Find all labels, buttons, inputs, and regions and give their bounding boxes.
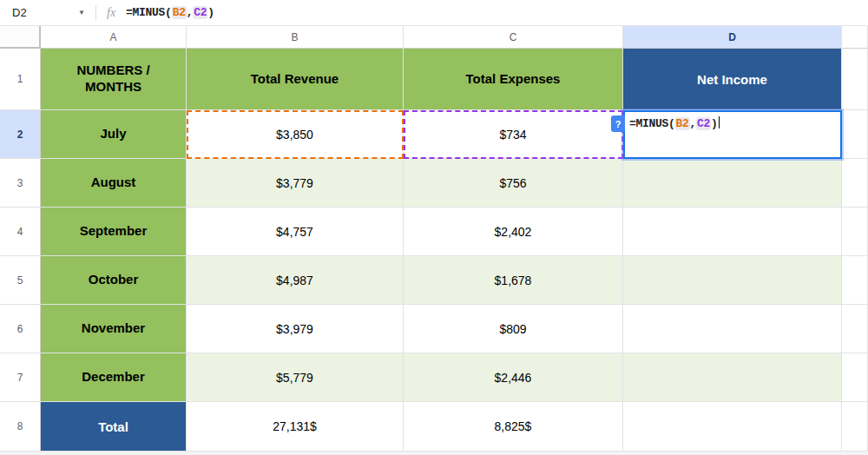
cell-filler[interactable]	[842, 49, 868, 110]
text-cursor	[719, 116, 720, 129]
data-row-september: 4 September $4,757 $2,402	[0, 208, 868, 256]
cell-filler[interactable]	[842, 402, 868, 452]
cell-a2-month[interactable]: July	[41, 110, 187, 159]
function-icon: fx	[107, 6, 115, 20]
cell-d4-net-income[interactable]	[623, 208, 842, 256]
cell-filler[interactable]	[842, 305, 868, 353]
bottom-edge	[0, 452, 868, 455]
formula-bar: D2 ▼ fx =MINUS(B2,C2)	[0, 0, 868, 26]
cell-b6-revenue[interactable]: $3,979	[187, 305, 404, 353]
row-header-4[interactable]: 4	[0, 208, 41, 256]
row-header-2[interactable]: 2	[0, 110, 41, 159]
cell-b4-revenue[interactable]: $4,757	[187, 208, 404, 256]
row-header-5[interactable]: 5	[0, 256, 41, 305]
formula-ref-c2: C2	[193, 6, 207, 19]
cell-b7-revenue[interactable]: $5,779	[187, 353, 404, 402]
row-header-7[interactable]: 7	[0, 353, 41, 402]
cell-filler[interactable]	[842, 110, 868, 159]
formula-prefix: =MINUS(	[126, 6, 172, 19]
cell-a8-total-label[interactable]: Total	[41, 402, 187, 452]
formula-help-icon[interactable]: ?	[611, 115, 625, 132]
cell-c1-expenses-header[interactable]: Total Expenses	[404, 49, 623, 110]
cell-editor-d2[interactable]: ? =MINUS(B2,C2)	[623, 110, 842, 159]
editor-formula-suffix: )	[711, 117, 718, 130]
editor-ref-b2: B2	[675, 117, 690, 130]
cell-a6-month[interactable]: November	[41, 305, 187, 353]
select-all-corner[interactable]	[0, 26, 41, 49]
divider	[95, 5, 96, 21]
cell-c5-expenses[interactable]: $1,678	[404, 256, 623, 305]
editor-ref-c2: C2	[696, 117, 711, 130]
cell-filler[interactable]	[842, 208, 868, 256]
column-header-a[interactable]: A	[41, 26, 187, 49]
cell-d5-net-income[interactable]	[623, 256, 842, 305]
cell-d6-net-income[interactable]	[623, 305, 842, 353]
cell-filler[interactable]	[842, 353, 868, 402]
formula-suffix: )	[207, 6, 214, 19]
formula-input[interactable]: =MINUS(B2,C2)	[126, 6, 214, 19]
cell-filler[interactable]	[842, 256, 868, 305]
cell-a5-month[interactable]: October	[41, 256, 187, 305]
editor-formula-separator: ,	[690, 117, 697, 130]
column-header-row: A B C D	[0, 26, 868, 49]
cell-d3-net-income[interactable]	[623, 159, 842, 208]
data-row-october: 5 October $4,987 $1,678	[0, 256, 868, 305]
cell-d1-net-income-header[interactable]: Net Income	[623, 49, 842, 110]
total-row: 8 Total 27,131$ 8,825$	[0, 402, 868, 452]
cell-c6-expenses[interactable]: $809	[404, 305, 623, 353]
cell-filler[interactable]	[842, 159, 868, 208]
row-header-1[interactable]: 1	[0, 49, 41, 110]
row-header-8[interactable]: 8	[0, 402, 41, 452]
data-row-december: 7 December $5,779 $2,446	[0, 353, 868, 402]
cell-a1-months-header[interactable]: NUMBERS / MONTHS	[41, 49, 187, 110]
cell-b2-revenue[interactable]: $3,850	[187, 110, 404, 159]
cell-a4-month[interactable]: September	[41, 208, 187, 256]
cell-c4-expenses[interactable]: $2,402	[404, 208, 623, 256]
cell-b3-revenue[interactable]: $3,779	[187, 159, 404, 208]
cell-b8-total-revenue[interactable]: 27,131$	[187, 402, 404, 452]
spreadsheet-grid: A B C D 1 NUMBERS / MONTHS Total Revenue…	[0, 26, 868, 452]
name-box[interactable]: D2 ▼	[0, 0, 95, 25]
cell-b1-revenue-header[interactable]: Total Revenue	[187, 49, 404, 110]
cell-c8-total-expenses[interactable]: 8,825$	[404, 402, 623, 452]
data-row-november: 6 November $3,979 $809	[0, 305, 868, 353]
formula-ref-b2: B2	[172, 6, 187, 19]
cell-a7-month[interactable]: December	[41, 353, 187, 402]
name-box-value: D2	[0, 6, 78, 19]
cell-c3-expenses[interactable]: $756	[404, 159, 623, 208]
column-header-b[interactable]: B	[187, 26, 404, 49]
cell-c7-expenses[interactable]: $2,446	[404, 353, 623, 402]
data-row-august: 3 August $3,779 $756	[0, 159, 868, 208]
cell-a3-month[interactable]: August	[41, 159, 187, 208]
cell-d7-net-income[interactable]	[623, 353, 842, 402]
cell-d8-total-net-income[interactable]	[623, 402, 842, 452]
column-header-d[interactable]: D	[623, 26, 842, 49]
row-header-6[interactable]: 6	[0, 305, 41, 353]
cell-c2-expenses[interactable]: $734	[404, 110, 623, 159]
row-header-3[interactable]: 3	[0, 159, 41, 208]
column-header-filler	[842, 26, 868, 49]
column-header-c[interactable]: C	[404, 26, 623, 49]
chevron-down-icon[interactable]: ▼	[78, 9, 95, 16]
header-row: 1 NUMBERS / MONTHS Total Revenue Total E…	[0, 49, 868, 110]
cell-b5-revenue[interactable]: $4,987	[187, 256, 404, 305]
editor-formula-prefix: =MINUS(	[629, 117, 675, 130]
